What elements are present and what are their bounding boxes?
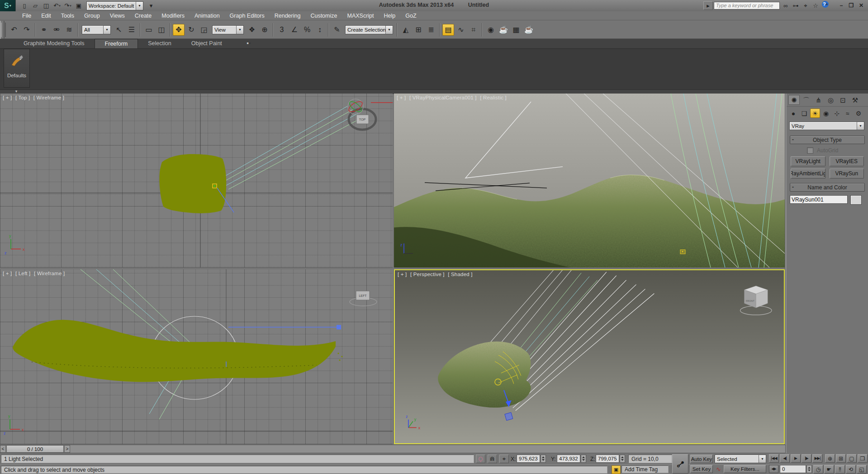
- viewport-pov-menu[interactable]: [ Left ]: [15, 271, 31, 276]
- snaps-toggle-icon[interactable]: 3: [276, 24, 288, 36]
- viewport-perspective[interactable]: [ + ] [ Perspective ] [ Shaded ]: [394, 269, 785, 444]
- selection-lock-icon[interactable]: ⋒: [488, 455, 497, 463]
- edit-named-selections-icon[interactable]: ✎: [331, 24, 343, 36]
- viewport-pov-menu[interactable]: [ VRayPhysicalCamera001 ]: [409, 95, 477, 100]
- add-time-tag-field[interactable]: Add Time Tag: [621, 465, 669, 473]
- name-color-rollout-header[interactable]: - Name and Color: [790, 183, 865, 192]
- vraysun-button[interactable]: VRaySun: [830, 169, 864, 178]
- graphite-ribbon-toggle-icon[interactable]: ▤: [442, 24, 454, 36]
- redo-icon[interactable]: ↷▾: [63, 1, 73, 10]
- viewport-shading-menu[interactable]: [ Wireframe ]: [34, 271, 65, 276]
- align-icon[interactable]: ⊞: [413, 24, 424, 36]
- motion-tab-icon[interactable]: ◎: [825, 95, 836, 105]
- time-configuration-icon[interactable]: ◷: [813, 465, 823, 474]
- zoom-icon[interactable]: ⊕: [825, 454, 835, 463]
- hierarchy-tab-icon[interactable]: ⋔: [813, 95, 824, 105]
- help-icon[interactable]: ?▾: [822, 1, 829, 8]
- ribbon-tab-freeform[interactable]: Freeform: [95, 39, 138, 48]
- mirror-icon[interactable]: ◭: [400, 24, 412, 36]
- x-coord-input[interactable]: [517, 455, 540, 463]
- go-to-start-icon[interactable]: |◀◀: [769, 454, 779, 463]
- object-color-swatch[interactable]: [850, 195, 862, 205]
- selection-filter-select-caret-icon[interactable]: ▼: [103, 26, 110, 34]
- key-selection-caret-icon[interactable]: ▼: [759, 455, 766, 463]
- menu-item-goz[interactable]: GoZ: [400, 13, 421, 19]
- utilities-tab-icon[interactable]: ⚒: [849, 95, 861, 105]
- viewport-compass[interactable]: LEFT: [350, 291, 377, 306]
- angle-snap-icon[interactable]: ∠: [289, 24, 300, 36]
- window-crossing-icon[interactable]: ◫: [156, 24, 167, 36]
- autogrid-checkbox[interactable]: [807, 147, 813, 154]
- new-key-mode-icon[interactable]: ∿: [715, 465, 722, 473]
- reference-coordinate-select[interactable]: View▼: [212, 25, 244, 34]
- viewport-general-menu[interactable]: [ + ]: [3, 95, 12, 100]
- previous-frame-icon[interactable]: ◀|: [780, 454, 790, 463]
- viewcube[interactable]: FRONT: [740, 286, 772, 315]
- viewport-left[interactable]: [ + ] [ Left ] [ Wireframe ]: [0, 269, 393, 444]
- helpers-category-icon[interactable]: ⊹: [832, 108, 842, 118]
- orbit-icon[interactable]: ⟲: [846, 465, 856, 474]
- walk-through-icon[interactable]: ‼: [835, 465, 845, 474]
- menu-item-views[interactable]: Views: [105, 13, 130, 19]
- time-slider-handle[interactable]: 0 / 100: [6, 445, 64, 453]
- modify-tab-icon[interactable]: ⌒: [801, 95, 812, 105]
- select-and-scale-icon[interactable]: ◲: [198, 24, 210, 36]
- favorites-star-icon[interactable]: ☆: [811, 1, 821, 10]
- viewport-pov-menu[interactable]: [ Perspective ]: [410, 272, 445, 277]
- project-folder-icon[interactable]: ▣: [74, 1, 84, 10]
- z-coord-input[interactable]: [596, 455, 619, 463]
- menu-item-modifiers[interactable]: Modifiers: [157, 13, 190, 19]
- ribbon-tab-selection[interactable]: Selection: [138, 39, 181, 48]
- menu-item-create[interactable]: Create: [130, 13, 157, 19]
- menu-item-tools[interactable]: Tools: [56, 13, 79, 19]
- render-production-icon[interactable]: ☕: [523, 24, 535, 36]
- rectangular-selection-icon[interactable]: ▭: [143, 24, 155, 36]
- close-icon[interactable]: ✕: [857, 1, 865, 10]
- viewport-compass[interactable]: TOP: [356, 115, 369, 124]
- viewport-shading-menu[interactable]: [ Shaded ]: [448, 272, 472, 277]
- previous-frame-arrow[interactable]: <: [0, 445, 6, 453]
- zoom-all-icon[interactable]: ⊞: [836, 454, 846, 463]
- rendered-frame-window-icon[interactable]: ▦: [510, 24, 522, 36]
- key-mode-toggle-icon[interactable]: ◀▶: [769, 465, 778, 473]
- y-coord-spinner[interactable]: [581, 455, 586, 463]
- set-keys-button[interactable]: ⊶: [672, 454, 688, 474]
- maximize-viewport-icon[interactable]: ◱: [857, 465, 867, 474]
- space-warps-category-icon[interactable]: ≈: [843, 108, 853, 118]
- undo-icon-caret-icon[interactable]: ▾: [59, 4, 61, 7]
- selection-filter-select[interactable]: All▼: [82, 25, 111, 34]
- select-and-link-icon[interactable]: ⚭: [38, 24, 50, 36]
- named-selection-set-select[interactable]: Create Selection Se▼: [345, 25, 393, 34]
- rollout-collapse-icon[interactable]: -: [792, 184, 794, 190]
- restore-icon[interactable]: ❐: [847, 1, 855, 10]
- help-icon-caret-icon[interactable]: ▾: [826, 3, 828, 6]
- create-tab-icon[interactable]: ✺: [788, 95, 800, 105]
- isolate-selection-icon[interactable]: Ϙ: [476, 455, 485, 463]
- menu-item-file[interactable]: File: [17, 13, 36, 19]
- material-editor-icon[interactable]: ◉: [485, 24, 497, 36]
- light-type-caret-icon[interactable]: ▼: [857, 122, 864, 130]
- select-by-name-icon[interactable]: ☰: [126, 24, 138, 36]
- find-icon[interactable]: ∞: [781, 1, 791, 10]
- menu-item-help[interactable]: Help: [379, 13, 401, 19]
- viewport-pov-menu[interactable]: [ Top ]: [15, 95, 30, 100]
- terrain-plane-side[interactable]: [13, 320, 336, 382]
- display-tab-icon[interactable]: ⊡: [837, 95, 849, 105]
- viewport-general-menu[interactable]: [ + ]: [397, 95, 406, 100]
- viewport-general-menu[interactable]: [ + ]: [3, 271, 12, 276]
- x-coord-spinner[interactable]: [541, 455, 546, 463]
- use-pivot-point-icon[interactable]: ❖: [246, 24, 258, 36]
- curve-editor-icon[interactable]: ∿: [455, 24, 467, 36]
- ribbon-tab-object-paint[interactable]: Object Paint: [181, 39, 232, 48]
- spinner-snap-icon[interactable]: ↕: [314, 24, 326, 36]
- named-selection-set-select-caret-icon[interactable]: ▼: [385, 26, 393, 34]
- time-tag-icon[interactable]: ▣: [612, 465, 621, 474]
- geometry-category-icon[interactable]: ●: [788, 108, 798, 118]
- unlink-selection-icon[interactable]: ⚮: [51, 24, 62, 36]
- render-setup-icon[interactable]: ☕: [498, 24, 509, 36]
- next-frame-icon[interactable]: |▶: [802, 454, 811, 463]
- object-name-input[interactable]: [790, 195, 848, 204]
- key-selection-select[interactable]: Selected ▼: [715, 455, 766, 463]
- license-key-icon[interactable]: ⊶: [791, 1, 801, 10]
- undo-icon[interactable]: ↶: [8, 24, 20, 36]
